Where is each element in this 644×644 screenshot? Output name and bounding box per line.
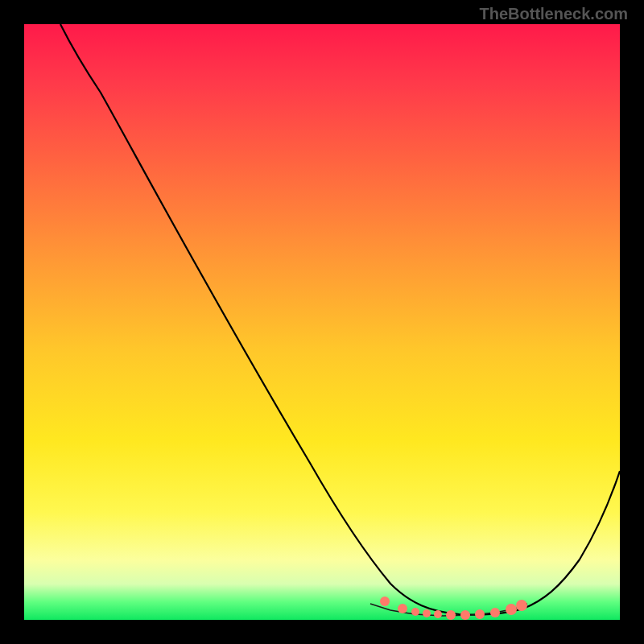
marker-dot: [411, 608, 419, 616]
optimal-markers-group: [380, 597, 527, 620]
marker-dot: [475, 609, 485, 619]
marker-dot: [398, 604, 407, 613]
marker-dot: [490, 608, 500, 617]
marker-dot: [434, 610, 442, 618]
marker-dot: [446, 610, 456, 620]
marker-dot: [380, 597, 390, 606]
marker-dot: [460, 610, 470, 620]
watermark-text: TheBottleneck.com: [480, 5, 628, 23]
bottleneck-curve: [60, 24, 620, 615]
marker-dot: [423, 609, 431, 617]
chart-svg: [24, 24, 620, 620]
marker-dot: [506, 604, 517, 615]
marker-dot: [516, 600, 527, 611]
chart-plot-area: [24, 24, 620, 620]
